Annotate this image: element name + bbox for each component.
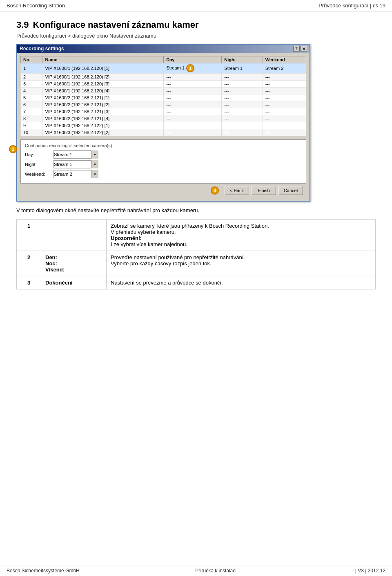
dialog-title-bar: Recording settings ? ✕: [17, 45, 310, 53]
info-row-3-number: 3: [17, 276, 41, 289]
night-select-wrapper: Stream 1 Stream 2 --- ▼: [53, 160, 98, 168]
cancel-button[interactable]: Cancel: [278, 186, 303, 195]
callout-2: 2: [9, 145, 17, 153]
callout-3: 3: [211, 186, 219, 195]
header-right: Průvodce konfigurací | cs 19: [318, 2, 385, 9]
info-row-2: 2 Den: Noc: Víkend: Proveďte nastavení p…: [17, 251, 376, 276]
section-subtitle: Průvodce konfigurací > dialogové okno Na…: [16, 33, 376, 39]
table-row[interactable]: 8VIP X1600/2 (192.168.2.121) [4]--------…: [21, 115, 306, 122]
col-weekend: Weekend: [263, 56, 306, 63]
info-row-1-number: 1: [17, 220, 41, 251]
info-row-3-desc: Nastavení se převezme a průvodce se doko…: [107, 276, 376, 289]
info-row-3-dokonceni: Dokončení: [45, 280, 72, 286]
table-row[interactable]: 6VIP X1600/2 (192.168.2.121) [2]--------…: [21, 101, 306, 108]
callout-1: 1: [186, 64, 194, 72]
day-select-wrapper: Stream 1 Stream 2 --- ▼: [53, 150, 98, 159]
col-name: Name: [42, 56, 164, 63]
footer-right: - | V3 | 2012.12: [352, 568, 385, 574]
header-left: Bosch Recording Station: [7, 2, 65, 9]
info-row-2-labels: Den: Noc: Víkend:: [41, 251, 107, 276]
info-row-1-text4: Lze vybrat více kamer najednou.: [111, 241, 187, 247]
dialog-footer: 3 < Back Finish Cancel: [20, 184, 306, 197]
info-row-1-label: [41, 220, 107, 251]
info-row-2-number: 2: [17, 251, 41, 276]
table-row[interactable]: 5VIP X1600/2 (192.168.2.121) [1]--------…: [21, 94, 306, 101]
camera-table: No. Name Day Night Weekend 1VIP X1600/1 …: [20, 56, 306, 136]
info-row-1-text3: Upozornění:: [111, 235, 142, 241]
col-no: No.: [21, 56, 42, 63]
dialog-body: No. Name Day Night Weekend 1VIP X1600/1 …: [17, 53, 310, 201]
day-select[interactable]: Stream 1 Stream 2 ---: [53, 150, 98, 159]
weekend-row: Weekend: Stream 1 Stream 2 --- ▼: [25, 170, 302, 178]
table-row[interactable]: 10VIP X1600/3 (192.168.2.122) [2]-------…: [21, 129, 306, 136]
section-number: 3.9: [16, 20, 29, 30]
page-footer: Bosch Sicherheitssysteme GmbH Příručka k…: [0, 565, 392, 576]
footer-center: Příručka k instalaci: [195, 568, 236, 574]
dialog-title: Recording settings: [20, 46, 64, 52]
info-row-2-noc: Noc:: [45, 260, 57, 267]
day-row: Day: Stream 1 Stream 2 --- ▼: [25, 150, 302, 159]
footer-left: Bosch Sicherheitssysteme GmbH: [7, 568, 80, 574]
cont-section-label: Continuous recording of selected camera(…: [25, 143, 302, 148]
info-row-2-text2: Vyberte pro každý časový rozpis jeden to…: [111, 260, 212, 267]
weekend-label: Weekend:: [25, 172, 53, 177]
col-night: Night: [222, 56, 263, 63]
table-header-row: No. Name Day Night Weekend: [21, 56, 306, 63]
night-row: Night: Stream 1 Stream 2 --- ▼: [25, 160, 302, 168]
info-row-1-desc: Zobrazí se kamery, které jsou přiřazeny …: [107, 220, 376, 251]
day-label: Day:: [25, 152, 53, 157]
weekend-select-wrapper: Stream 1 Stream 2 --- ▼: [53, 170, 98, 178]
table-row[interactable]: 1VIP X1600/1 (192.168.2.120) [1]Stream 1…: [21, 63, 306, 74]
info-row-2-desc: Proveďte nastavení používané pro nepřetr…: [107, 251, 376, 276]
close-button[interactable]: ✕: [301, 46, 307, 52]
info-row-1: 1 Zobrazí se kamery, které jsou přiřazen…: [17, 220, 376, 251]
weekend-select[interactable]: Stream 1 Stream 2 ---: [53, 170, 98, 178]
info-row-1-text1: Zobrazí se kamery, které jsou přiřazeny …: [111, 223, 269, 229]
page-content: 3.9 Konfigurace nastavení záznamu kamer …: [0, 11, 392, 306]
dialog-title-buttons: ? ✕: [293, 46, 307, 52]
finish-button[interactable]: Finish: [252, 186, 276, 195]
info-row-2-text1: Proveďte nastavení používané pro nepřetr…: [111, 254, 245, 260]
col-day: Day: [164, 56, 222, 63]
section-title-row: 3.9 Konfigurace nastavení záznamu kamer: [16, 20, 376, 30]
back-button[interactable]: < Back: [225, 186, 249, 195]
table-row[interactable]: 9VIP X1600/3 (192.168.2.122) [1]--------…: [21, 122, 306, 129]
section-title: Konfigurace nastavení záznamu kamer: [33, 20, 199, 30]
cont-section: Continuous recording of selected camera(…: [20, 139, 306, 184]
table-row[interactable]: 7VIP X1600/2 (192.168.2.121) [3]--------…: [21, 108, 306, 115]
table-row[interactable]: 2VIP X1600/1 (192.168.2.120) [2]--------…: [21, 74, 306, 81]
info-row-3-text: Nastavení se převezme a průvodce se doko…: [111, 280, 223, 286]
info-row-3: 3 Dokončení Nastavení se převezme a prův…: [17, 276, 376, 289]
info-row-1-text2: V přehledu vyberte kameru.: [111, 229, 176, 235]
night-select[interactable]: Stream 1 Stream 2 ---: [53, 160, 98, 168]
info-row-2-den: Den:: [45, 254, 57, 260]
dialog-window: Recording settings ? ✕ No. Name Day Nigh…: [16, 44, 310, 202]
page-header: Bosch Recording Station Průvodce konfigu…: [0, 0, 392, 11]
table-row[interactable]: 3VIP X1600/1 (192.168.2.120) [3]--------…: [21, 81, 306, 87]
help-button[interactable]: ?: [293, 46, 300, 52]
desc-text: V tomto dialogovém okně nastavíte nepřet…: [16, 207, 376, 213]
table-row[interactable]: 4VIP X1600/1 (192.168.2.120) [4]--------…: [21, 87, 306, 94]
info-table: 1 Zobrazí se kamery, které jsou přiřazen…: [16, 219, 376, 289]
info-row-2-vikend: Víkend:: [45, 267, 65, 273]
night-label: Night:: [25, 162, 53, 167]
info-row-3-label: Dokončení: [41, 276, 107, 289]
